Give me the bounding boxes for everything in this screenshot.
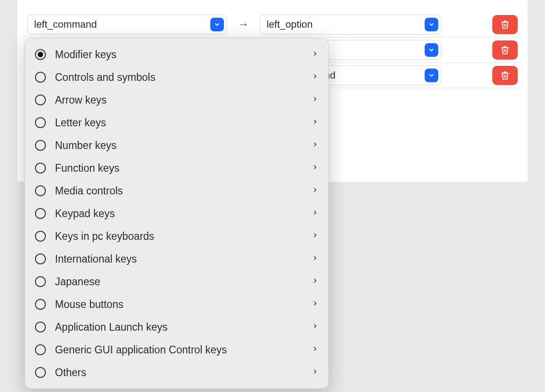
- radio-unselected-icon: [35, 163, 46, 174]
- menu-item-function-keys[interactable]: Function keys: [29, 157, 325, 179]
- radio-selected-icon: [35, 49, 46, 60]
- chevron-right-icon: [312, 322, 318, 332]
- key-category-popover: Modifier keys Controls and symbols Arrow…: [25, 38, 329, 389]
- radio-unselected-icon: [35, 140, 46, 151]
- menu-item-label: Modifier keys: [55, 49, 312, 61]
- menu-item-keypad-keys[interactable]: Keypad keys: [29, 202, 325, 225]
- menu-item-label: Japanese: [55, 276, 312, 288]
- chevron-right-icon: [312, 231, 318, 241]
- delete-button[interactable]: [492, 66, 518, 85]
- trash-icon: [500, 70, 510, 80]
- menu-item-label: International keys: [55, 253, 312, 265]
- menu-item-controls-and-symbols[interactable]: Controls and symbols: [29, 66, 325, 89]
- menu-item-modifier-keys[interactable]: Modifier keys: [29, 43, 325, 66]
- menu-item-label: Keypad keys: [55, 208, 312, 220]
- trash-icon: [500, 45, 510, 55]
- to-key-dropdown[interactable]: left_option: [260, 15, 441, 35]
- radio-unselected-icon: [35, 231, 46, 242]
- menu-item-label: Media controls: [55, 185, 312, 197]
- chevron-right-icon: [312, 95, 318, 105]
- menu-item-letter-keys[interactable]: Letter keys: [29, 111, 325, 134]
- menu-item-label: Function keys: [55, 162, 312, 174]
- menu-item-japanese[interactable]: Japanese: [29, 270, 325, 293]
- trash-icon: [500, 20, 510, 30]
- radio-unselected-icon: [35, 344, 46, 355]
- chevron-right-icon: [312, 50, 318, 60]
- chevron-down-icon: [425, 43, 438, 57]
- menu-item-label: Mouse buttons: [55, 298, 312, 311]
- from-key-dropdown[interactable]: left_command: [27, 15, 227, 35]
- menu-item-label: Keys in pc keyboards: [55, 230, 312, 243]
- radio-unselected-icon: [35, 322, 46, 332]
- chevron-right-icon: [312, 186, 318, 196]
- chevron-right-icon: [312, 299, 318, 309]
- chevron-down-icon: [425, 69, 438, 82]
- chevron-right-icon: [312, 277, 318, 287]
- radio-unselected-icon: [35, 208, 46, 219]
- mapping-row: left_command → left_option: [25, 12, 520, 37]
- radio-unselected-icon: [35, 253, 46, 264]
- chevron-down-icon: [425, 18, 438, 31]
- menu-item-application-launch-keys[interactable]: Application Launch keys: [29, 316, 325, 338]
- radio-unselected-icon: [35, 117, 46, 128]
- menu-item-others[interactable]: Others: [29, 361, 325, 384]
- menu-item-label: Number keys: [55, 139, 312, 152]
- menu-item-keys-in-pc-keyboards[interactable]: Keys in pc keyboards: [29, 225, 325, 248]
- menu-item-label: Generic GUI application Control keys: [55, 344, 312, 356]
- menu-item-generic-gui-application-control-keys[interactable]: Generic GUI application Control keys: [29, 338, 325, 361]
- menu-item-media-controls[interactable]: Media controls: [29, 179, 325, 202]
- chevron-right-icon: [312, 345, 318, 355]
- radio-unselected-icon: [35, 72, 46, 83]
- chevron-right-icon: [312, 140, 318, 150]
- menu-item-label: Controls and symbols: [55, 71, 312, 84]
- to-key-label: left_option: [267, 19, 425, 30]
- chevron-right-icon: [312, 367, 318, 377]
- chevron-right-icon: [312, 163, 318, 173]
- chevron-right-icon: [312, 254, 318, 264]
- radio-unselected-icon: [35, 94, 46, 105]
- chevron-right-icon: [312, 118, 318, 128]
- delete-button[interactable]: [492, 15, 518, 34]
- radio-unselected-icon: [35, 367, 46, 378]
- chevron-right-icon: [312, 208, 318, 218]
- arrow-icon: →: [227, 17, 260, 31]
- menu-item-label: Application Launch keys: [55, 321, 312, 333]
- menu-item-label: Arrow keys: [55, 94, 312, 106]
- chevron-right-icon: [312, 72, 318, 82]
- menu-item-label: Letter keys: [55, 117, 312, 129]
- radio-unselected-icon: [35, 299, 46, 310]
- radio-unselected-icon: [35, 185, 46, 196]
- radio-unselected-icon: [35, 276, 46, 287]
- menu-item-label: Others: [55, 367, 312, 379]
- menu-item-international-keys[interactable]: International keys: [29, 248, 325, 270]
- chevron-down-icon: [210, 18, 224, 31]
- menu-item-mouse-buttons[interactable]: Mouse buttons: [29, 293, 325, 316]
- from-key-label: left_command: [34, 19, 210, 30]
- menu-item-number-keys[interactable]: Number keys: [29, 134, 325, 157]
- delete-button[interactable]: [492, 40, 518, 60]
- menu-item-arrow-keys[interactable]: Arrow keys: [29, 89, 325, 111]
